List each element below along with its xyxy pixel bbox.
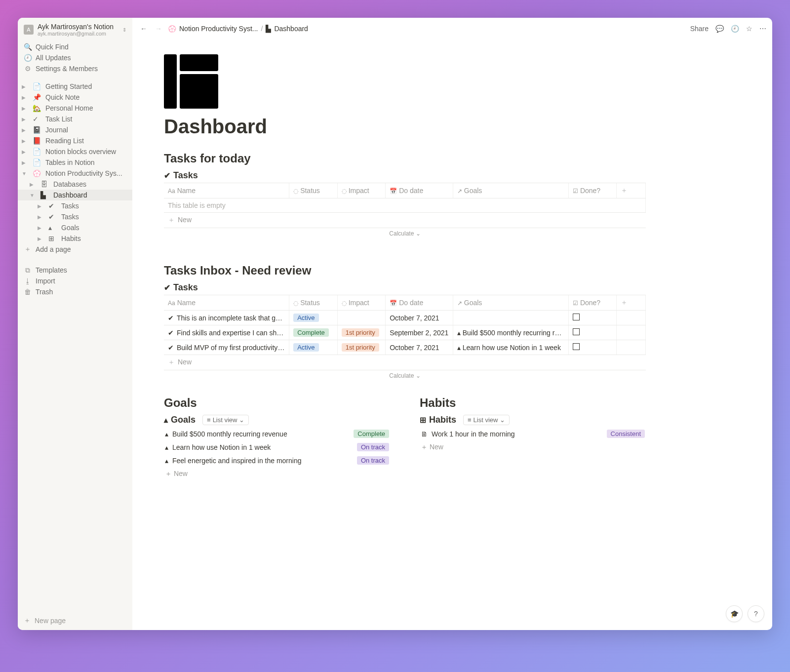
sidebar-page[interactable]: ▶▴Goals — [18, 222, 132, 233]
disclosure-icon[interactable]: ▶ — [22, 117, 29, 122]
cell-goal[interactable]: ▴ Build $500 monthly recurring revenue — [453, 325, 568, 340]
cell-name[interactable]: ✔Build MVP of my first productivity syst… — [164, 340, 289, 355]
templates[interactable]: ⧉ Templates — [18, 265, 132, 276]
col-dodate[interactable]: 📅Do date — [386, 295, 453, 311]
col-goals[interactable]: ↗Goals — [453, 295, 568, 311]
new-habit[interactable]: ＋ New — [420, 440, 646, 454]
col-done[interactable]: ☑Done? — [568, 183, 617, 198]
sidebar-page[interactable]: ▶📌Quick Note — [18, 92, 132, 103]
star-icon[interactable]: ☆ — [746, 25, 752, 33]
calculate[interactable]: Calculate ⌄ — [164, 370, 646, 381]
cell-name[interactable]: ✔This is an incomplete task that goes to — [164, 311, 289, 325]
col-add[interactable]: ＋ — [617, 183, 646, 198]
cell-goal[interactable]: ▴ Learn how use Notion in 1 week — [453, 340, 568, 355]
disclosure-icon[interactable]: ▶ — [38, 203, 44, 209]
table-row[interactable]: ✔Find skills and expertise I can shareCo… — [164, 325, 646, 340]
checkbox[interactable] — [573, 343, 580, 350]
disclosure-icon[interactable]: ▶ — [30, 182, 37, 187]
cell-dodate[interactable]: October 7, 2021 — [386, 340, 453, 355]
graduation-button[interactable]: 🎓 — [726, 605, 743, 622]
col-name[interactable]: AаName — [164, 295, 289, 311]
new-row[interactable]: ＋New — [164, 213, 646, 228]
disclosure-icon[interactable]: ▶ — [38, 214, 44, 220]
nav-forward[interactable]: → — [153, 24, 164, 34]
col-name[interactable]: AаName — [164, 183, 289, 198]
cell-status[interactable]: Active — [289, 311, 338, 325]
new-page-button[interactable]: ＋ New page — [18, 611, 132, 630]
view-chip[interactable]: ≡ List view ⌄ — [463, 415, 510, 425]
page-icon[interactable] — [164, 54, 218, 109]
sidebar-page[interactable]: ▶🗄Databases — [18, 179, 132, 190]
cell-impact[interactable]: 1st priority — [337, 340, 386, 355]
cell-dodate[interactable]: September 2, 2021 — [386, 325, 453, 340]
db-tasks-link[interactable]: ✔ Tasks — [164, 168, 646, 183]
col-impact[interactable]: ◌Impact — [337, 295, 386, 311]
col-status[interactable]: ◌Status — [289, 295, 338, 311]
checkbox[interactable] — [573, 328, 580, 335]
view-chip[interactable]: ≡ List view ⌄ — [202, 415, 249, 425]
disclosure-icon[interactable]: ▶ — [38, 236, 44, 241]
help-button[interactable]: ? — [748, 605, 764, 622]
page-title[interactable]: Dashboard — [164, 116, 646, 138]
sidebar-page[interactable]: ▶✔Tasks — [18, 211, 132, 222]
cell-dodate[interactable]: October 7, 2021 — [386, 311, 453, 325]
db-tasks-inbox-link[interactable]: ✔ Tasks — [164, 280, 646, 295]
settings-members[interactable]: ⚙ Settings & Members — [18, 63, 132, 74]
all-updates[interactable]: 🕘 All Updates — [18, 52, 132, 63]
list-item[interactable]: ▴Learn how use Notion in 1 weekOn track — [164, 440, 390, 454]
disclosure-icon[interactable]: ▶ — [22, 84, 29, 89]
cell-done[interactable] — [568, 311, 617, 325]
sidebar-page[interactable]: ▶📕Reading List — [18, 135, 132, 146]
cell-impact[interactable] — [337, 311, 386, 325]
cell-goal[interactable] — [453, 311, 568, 325]
comment-icon[interactable]: 💬 — [715, 25, 724, 33]
db-goals-link[interactable]: ▴ Goals ≡ List view ⌄ — [164, 413, 390, 427]
calculate[interactable]: Calculate ⌄ — [164, 228, 646, 239]
col-impact[interactable]: ◌Impact — [337, 183, 386, 198]
db-habits-link[interactable]: ⊞ Habits ≡ List view ⌄ — [420, 413, 646, 427]
share-button[interactable]: Share — [690, 25, 709, 33]
breadcrumb-current[interactable]: Dashboard — [274, 25, 308, 33]
sidebar-page[interactable]: ▶📄Tables in Notion — [18, 157, 132, 168]
col-add[interactable]: ＋ — [617, 295, 646, 311]
new-goal[interactable]: ＋ New — [164, 467, 390, 481]
col-goals[interactable]: ↗Goals — [453, 183, 568, 198]
cell-name[interactable]: ✔Find skills and expertise I can share — [164, 325, 289, 340]
sidebar-page[interactable]: ▶📄Notion blocks overview — [18, 146, 132, 157]
disclosure-icon[interactable]: ▶ — [38, 225, 44, 231]
disclosure-icon[interactable]: ▶ — [22, 127, 29, 133]
disclosure-icon[interactable]: ▶ — [22, 95, 29, 100]
cell-done[interactable] — [568, 325, 617, 340]
sidebar-page[interactable]: ▶✔Tasks — [18, 200, 132, 211]
col-done[interactable]: ☑Done? — [568, 295, 617, 311]
sidebar-page[interactable]: ▶⊞Habits — [18, 233, 132, 244]
cell-status[interactable]: Active — [289, 340, 338, 355]
disclosure-icon[interactable]: ▶ — [22, 149, 29, 155]
sidebar-page[interactable]: ▶✓Task List — [18, 114, 132, 124]
cell-done[interactable] — [568, 340, 617, 355]
table-row[interactable]: ✔This is an incomplete task that goes to… — [164, 311, 646, 325]
col-status[interactable]: ◌Status — [289, 183, 338, 198]
col-dodate[interactable]: 📅Do date — [386, 183, 453, 198]
import[interactable]: ⭳ Import — [18, 276, 132, 286]
disclosure-icon[interactable]: ▼ — [30, 193, 37, 198]
list-item[interactable]: ▴Build $500 monthly recurring revenueCom… — [164, 427, 390, 440]
disclosure-icon[interactable]: ▶ — [22, 106, 29, 111]
list-item[interactable]: ▴Feel energetic and inspired in the morn… — [164, 454, 390, 467]
sidebar-page[interactable]: ▼▙Dashboard — [18, 190, 132, 200]
breadcrumb-parent[interactable]: Notion Productivity Syst... — [179, 25, 258, 33]
quick-find[interactable]: 🔍 Quick Find — [18, 41, 132, 52]
disclosure-icon[interactable]: ▼ — [22, 171, 29, 176]
new-row[interactable]: ＋New — [164, 355, 646, 370]
sidebar-page[interactable]: ▶📓Journal — [18, 124, 132, 135]
list-item[interactable]: 🗎Work 1 hour in the morningConsistent — [420, 427, 646, 440]
trash[interactable]: 🗑 Trash — [18, 286, 132, 297]
table-row[interactable]: ✔Build MVP of my first productivity syst… — [164, 340, 646, 355]
checkbox[interactable] — [573, 314, 580, 320]
sidebar-page[interactable]: ▶📄Getting Started — [18, 81, 132, 92]
clock-icon[interactable]: 🕘 — [731, 25, 739, 33]
disclosure-icon[interactable]: ▶ — [22, 160, 29, 165]
cell-impact[interactable]: 1st priority — [337, 325, 386, 340]
nav-back[interactable]: ← — [138, 24, 149, 34]
add-page[interactable]: ＋ Add a page — [18, 244, 132, 255]
